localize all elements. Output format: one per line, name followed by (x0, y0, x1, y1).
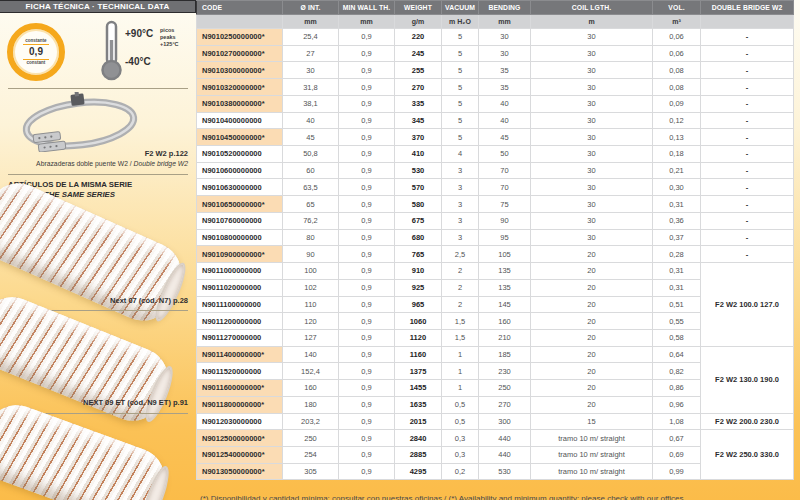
col-header-2: MIN WALL TH. (339, 1, 395, 15)
temp-max-label: +90°C (125, 28, 153, 39)
value-cell: 0,31 (653, 279, 701, 296)
spec-table-body: N9010250000000*25,40,9220530300,06-N9010… (197, 29, 794, 480)
value-cell: 0,82 (653, 363, 701, 380)
value-cell: 765 (395, 246, 442, 263)
value-cell: 30 (531, 62, 653, 79)
col-header-3: WEIGHT (395, 1, 442, 15)
code-cell: N9010320000000* (197, 79, 283, 96)
value-cell: 2 (442, 263, 479, 280)
value-cell: 30 (531, 162, 653, 179)
value-cell: 160 (283, 380, 339, 397)
table-row: N9010400000000400,9345540300,12- (197, 112, 794, 129)
code-cell: N9010630000000 (197, 179, 283, 196)
code-cell: N9011200000000 (197, 313, 283, 330)
table-row: N9010450000000*450,9370545300,13- (197, 129, 794, 146)
col-unit-6: m (531, 15, 653, 29)
value-cell: 0,3 (442, 430, 479, 447)
divider (8, 174, 188, 175)
value-cell: 20 (531, 279, 653, 296)
table-row: N9010900000000*900,97652,5105200,28- (197, 246, 794, 263)
value-cell: 127 (283, 329, 339, 346)
value-cell: 2015 (395, 413, 442, 430)
col-unit-0 (197, 15, 283, 29)
value-cell: 570 (395, 179, 442, 196)
value-cell: 60 (283, 162, 339, 179)
value-cell: 1 (442, 363, 479, 380)
value-cell: 90 (283, 246, 339, 263)
value-cell: 5 (442, 112, 479, 129)
value-cell: 30 (531, 212, 653, 229)
value-cell: 0,08 (653, 62, 701, 79)
value-cell: 5 (442, 45, 479, 62)
value-cell: 5 (442, 129, 479, 146)
value-cell: 0,28 (653, 246, 701, 263)
temp-min-label: -40°C (125, 56, 151, 67)
value-cell: 0,08 (653, 79, 701, 96)
value-cell: 20 (531, 380, 653, 397)
code-cell: N9010520000000 (197, 146, 283, 163)
col-unit-2: mm (339, 15, 395, 29)
value-cell: 0,86 (653, 380, 701, 397)
value-cell: 40 (283, 112, 339, 129)
value-cell: tramo 10 m/ straight (531, 446, 653, 463)
double-bridge-cell: - (701, 62, 794, 79)
value-cell: 4 (442, 146, 479, 163)
code-cell: N9012540000000* (197, 446, 283, 463)
value-cell: 1455 (395, 380, 442, 397)
code-cell: N9010300000000* (197, 62, 283, 79)
code-cell: N9010270000000* (197, 45, 283, 62)
value-cell: 30 (479, 45, 531, 62)
col-header-4: VACUUM (442, 1, 479, 15)
value-cell: 63,5 (283, 179, 339, 196)
value-cell: 40 (479, 95, 531, 112)
value-cell: 180 (283, 396, 339, 413)
value-cell: 152,4 (283, 363, 339, 380)
value-cell: 45 (283, 129, 339, 146)
value-cell: 35 (479, 79, 531, 96)
temp-peaks-label: picos peaks +125°C (160, 27, 179, 48)
col-unit-1: mm (283, 15, 339, 29)
spec-table-wrap: CODEØ INT.MIN WALL TH.WEIGHTVACUUMBENDIN… (196, 0, 793, 480)
value-cell: 1160 (395, 346, 442, 363)
value-cell: 1635 (395, 396, 442, 413)
value-cell: 20 (531, 363, 653, 380)
value-cell: 0,18 (653, 146, 701, 163)
double-bridge-cell: - (701, 212, 794, 229)
value-cell: 185 (479, 346, 531, 363)
double-bridge-cell: - (701, 129, 794, 146)
page-title: FICHA TÉCNICA · TECHNICAL DATA (0, 0, 196, 13)
value-cell: 80 (283, 229, 339, 246)
value-cell: 5 (442, 79, 479, 96)
value-cell: 0,9 (339, 413, 395, 430)
value-cell: 50,8 (283, 146, 339, 163)
value-cell: 0,06 (653, 45, 701, 62)
value-cell: 70 (479, 162, 531, 179)
value-cell: tramo 10 m/ straight (531, 430, 653, 447)
col-unit-3: g/m (395, 15, 442, 29)
value-cell: 530 (395, 162, 442, 179)
value-cell: 335 (395, 95, 442, 112)
divider (8, 88, 188, 89)
col-header-1: Ø INT. (283, 1, 339, 15)
value-cell: 0,51 (653, 296, 701, 313)
value-cell: 90 (479, 212, 531, 229)
value-cell: 0,9 (339, 179, 395, 196)
value-cell: 3 (442, 162, 479, 179)
double-bridge-cell: - (701, 246, 794, 263)
value-cell: 5 (442, 95, 479, 112)
value-cell: 203,2 (283, 413, 339, 430)
value-cell: 0,9 (339, 363, 395, 380)
code-cell: N9011400000000* (197, 346, 283, 363)
table-row: N90110000000001000,99102135200,31F2 W2 1… (197, 263, 794, 280)
table-row: N9011400000000*1400,911601185200,64F2 W2… (197, 346, 794, 363)
code-cell: N9011100000000 (197, 296, 283, 313)
code-cell: N9011270000000 (197, 329, 283, 346)
value-cell: 30 (531, 146, 653, 163)
value-cell: 5 (442, 29, 479, 46)
value-cell: 4295 (395, 463, 442, 480)
value-cell: 65 (283, 196, 339, 213)
code-cell: N9010380000000* (197, 95, 283, 112)
value-cell: 38,1 (283, 95, 339, 112)
value-cell: 0,9 (339, 146, 395, 163)
table-row: N901076000000076,20,9675390300,36- (197, 212, 794, 229)
